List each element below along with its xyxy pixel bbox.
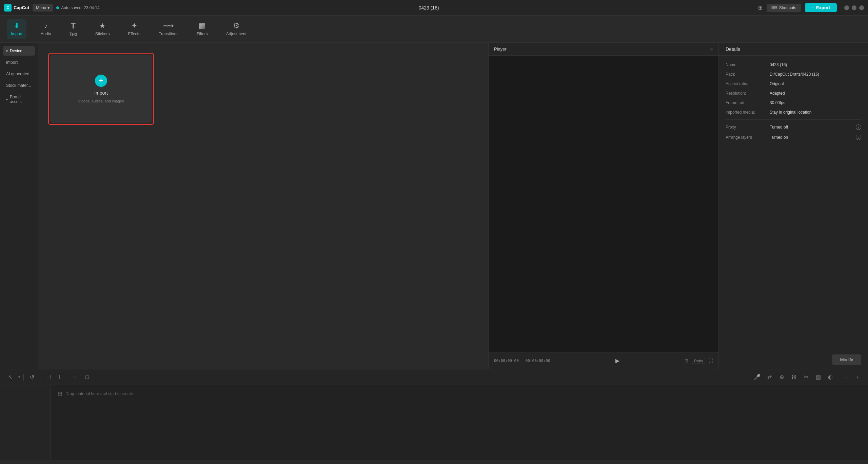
detail-value-proxy: Turned off bbox=[770, 125, 788, 130]
close-button[interactable]: × bbox=[859, 5, 864, 10]
arrange-layers-left: Arrange layers Turned on bbox=[726, 135, 788, 140]
details-header: Details bbox=[719, 43, 868, 56]
sidebar-item-stock-material[interactable]: Stock mater... bbox=[3, 81, 35, 90]
detail-row-resolution: Resolution: Adapted bbox=[726, 91, 861, 96]
details-panel: Details Name: 0423 (16) Path: D:/CapCut … bbox=[719, 43, 868, 369]
player-title: Player bbox=[494, 46, 507, 52]
undo-button[interactable]: ↺ bbox=[27, 372, 37, 382]
proxy-left: Proxy Turned off bbox=[726, 125, 788, 130]
layout-icon[interactable]: ⊞ bbox=[758, 4, 763, 11]
sidebar-item-device[interactable]: ▾ Device bbox=[3, 46, 35, 56]
export-button[interactable]: ↑ Export bbox=[805, 3, 837, 12]
cursor-tool-button[interactable]: ↖ bbox=[5, 372, 15, 382]
import-label: Import bbox=[94, 90, 108, 96]
timeline-body: ⊞ Drag material here and start to create bbox=[0, 385, 868, 460]
filters-tab-icon: ▦ bbox=[199, 22, 206, 30]
cursor-dropdown-icon[interactable]: ▾ bbox=[18, 375, 20, 379]
details-title: Details bbox=[726, 46, 740, 52]
modify-button[interactable]: Modify bbox=[832, 354, 861, 365]
timeline-area: ↖ ▾ ↺ ⊣ ⊢ ⊣ □ 🎤 ⇄ ⊕ bbox=[0, 369, 868, 464]
app-name: CapCut bbox=[14, 5, 29, 10]
detail-label-aspect: Aspect ratio: bbox=[726, 81, 770, 86]
caption-icon: ▤ bbox=[816, 374, 821, 380]
brand-assets-arrow-icon: ▾ bbox=[6, 98, 8, 101]
detail-row-arrange-layers: Arrange layers Turned on i bbox=[726, 135, 861, 140]
cut-button[interactable]: ✂ bbox=[801, 372, 811, 382]
caption-button[interactable]: ▤ bbox=[813, 372, 823, 382]
auto-saved-text: Auto saved: 23:04:14 bbox=[61, 5, 99, 10]
text-tab-icon: T bbox=[71, 22, 76, 30]
export-arrow-icon: ↑ bbox=[812, 5, 814, 10]
tab-audio[interactable]: ♪ Audio bbox=[37, 19, 55, 39]
drag-hint-text: Drag material here and start to create bbox=[65, 391, 133, 396]
split-button[interactable]: ⊣ bbox=[44, 372, 53, 382]
color-button[interactable]: ◐ bbox=[826, 372, 835, 382]
unlink-video-audio-button[interactable]: ⇄ bbox=[765, 372, 774, 382]
fullscreen-icon[interactable]: ⛶ bbox=[709, 358, 713, 363]
tab-filters[interactable]: ▦ Filters bbox=[193, 19, 212, 39]
sidebar-ai-label: AI generated bbox=[6, 72, 29, 76]
tab-stickers[interactable]: ★ Stickers bbox=[91, 19, 114, 39]
window-controls: − □ × bbox=[844, 5, 864, 10]
mark-in-button[interactable]: ⊢ bbox=[57, 372, 66, 382]
detail-value-arrange-layers: Turned on bbox=[770, 135, 788, 140]
timeline-toolbar: ↖ ▾ ↺ ⊣ ⊢ ⊣ □ 🎤 ⇄ ⊕ bbox=[0, 369, 868, 385]
detail-row-framerate: Frame rate: 30.00fps bbox=[726, 100, 861, 105]
zoom-out-button[interactable]: − bbox=[841, 372, 850, 382]
tab-import[interactable]: ⬇ Import bbox=[7, 19, 26, 39]
effects-tab-icon: ✦ bbox=[131, 22, 137, 30]
main-layout: ▾ Device Import AI generated Stock mater… bbox=[0, 43, 868, 369]
sidebar-item-brand-assets[interactable]: ▾ Brand assets bbox=[3, 92, 35, 107]
fit-screen-icon[interactable]: ⊡ bbox=[685, 358, 688, 363]
menu-label: Menu bbox=[36, 5, 46, 10]
sidebar-item-ai-generated[interactable]: AI generated bbox=[3, 69, 35, 79]
detail-row-name: Name: 0423 (16) bbox=[726, 62, 861, 67]
magnet-icon: ⊕ bbox=[780, 374, 784, 380]
more-tool-button[interactable]: □ bbox=[82, 372, 92, 382]
filters-tab-label: Filters bbox=[197, 32, 208, 36]
timeline-scrollbar[interactable] bbox=[0, 460, 868, 464]
detail-label-resolution: Resolution: bbox=[726, 91, 770, 96]
player-menu-icon[interactable]: ≡ bbox=[710, 46, 713, 52]
export-label: Export bbox=[816, 5, 830, 10]
maximize-button[interactable]: □ bbox=[852, 5, 856, 10]
zoom-in-icon: + bbox=[856, 374, 859, 380]
tab-transitions[interactable]: ⟿ Transitions bbox=[155, 19, 182, 39]
tab-text[interactable]: T Text bbox=[65, 19, 81, 39]
zoom-in-button[interactable]: + bbox=[853, 372, 863, 382]
tab-adjustment[interactable]: ⚙ Adjustment bbox=[222, 19, 251, 39]
arrange-layers-info-icon[interactable]: i bbox=[856, 135, 861, 140]
proxy-info-icon[interactable]: i bbox=[856, 124, 861, 130]
app-logo: C CapCut bbox=[4, 4, 29, 12]
magnet-button[interactable]: ⊕ bbox=[777, 372, 786, 382]
shortcuts-button[interactable]: ⌨ Shortcuts bbox=[767, 4, 801, 12]
detail-label-proxy: Proxy bbox=[726, 125, 770, 130]
detail-row-path: Path: D:/CapCut Drafts/0423 (16) bbox=[726, 72, 861, 77]
sidebar-item-import[interactable]: Import bbox=[3, 58, 35, 67]
tab-effects[interactable]: ✦ Effects bbox=[124, 19, 144, 39]
mark-out-button[interactable]: ⊣ bbox=[70, 372, 79, 382]
undo-icon: ↺ bbox=[30, 374, 34, 380]
detail-value-path: D:/CapCut Drafts/0423 (16) bbox=[770, 72, 861, 77]
menu-button[interactable]: Menu ▾ bbox=[33, 4, 53, 12]
minimize-button[interactable]: − bbox=[844, 5, 849, 10]
drag-hint: ⊞ Drag material here and start to create bbox=[51, 385, 868, 402]
player-area: Player ≡ 00:00:00:00 - 00:00:00:00 ▶ ⊡ R… bbox=[488, 43, 719, 369]
import-card[interactable]: + Import Videos, audios, and images bbox=[50, 55, 152, 123]
player-play-button[interactable]: ▶ bbox=[613, 356, 622, 366]
link-button[interactable]: ⛓ bbox=[789, 372, 798, 382]
color-icon: ◐ bbox=[828, 374, 833, 380]
details-content: Name: 0423 (16) Path: D:/CapCut Drafts/0… bbox=[719, 56, 868, 350]
details-footer: Modify bbox=[719, 350, 868, 369]
ratio-label[interactable]: Ratio bbox=[692, 358, 705, 364]
import-area: + Import Videos, audios, and images bbox=[38, 43, 488, 369]
detail-label-path: Path: bbox=[726, 72, 770, 77]
project-title: 0423 (16) bbox=[103, 5, 755, 11]
adjustment-tab-label: Adjustment bbox=[226, 32, 246, 36]
mic-button[interactable]: 🎤 bbox=[752, 372, 762, 382]
detail-label-arrange-layers: Arrange layers bbox=[726, 135, 770, 140]
detail-label-name: Name: bbox=[726, 62, 770, 67]
titlebar: C CapCut Menu ▾ Auto saved: 23:04:14 042… bbox=[0, 0, 868, 16]
audio-tab-icon: ♪ bbox=[44, 22, 48, 30]
zoom-out-icon: − bbox=[844, 374, 847, 380]
